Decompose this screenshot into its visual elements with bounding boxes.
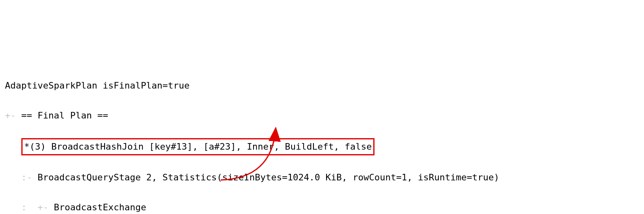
plan-text: AdaptiveSparkPlan isFinalPlan=true	[5, 80, 190, 91]
plan-text: BroadcastExchange	[54, 202, 146, 212]
plan-line-final-header: +- == Final Plan ==	[5, 108, 639, 123]
tree-connector: :-	[5, 172, 37, 182]
highlight-broadcast-join: *(3) BroadcastHashJoin [key#13], [a#23],…	[21, 138, 375, 155]
plan-text: == Final Plan ==	[21, 110, 108, 121]
plan-line-broadcast-stage: :- BroadcastQueryStage 2, Statistics(siz…	[5, 170, 639, 185]
tree-connector: : +-	[5, 202, 54, 212]
plan-text: BroadcastQueryStage 2, Statistics(sizeIn…	[37, 172, 499, 182]
plan-line-root: AdaptiveSparkPlan isFinalPlan=true	[5, 78, 639, 93]
tree-connector	[5, 141, 21, 152]
tree-connector: +-	[5, 110, 21, 121]
plan-line-broadcast-join: *(3) BroadcastHashJoin [key#13], [a#23],…	[5, 138, 639, 155]
query-plan-output: AdaptiveSparkPlan isFinalPlan=true +- ==…	[5, 64, 639, 214]
plan-line-broadcast-exchange: : +- BroadcastExchange	[5, 200, 639, 214]
